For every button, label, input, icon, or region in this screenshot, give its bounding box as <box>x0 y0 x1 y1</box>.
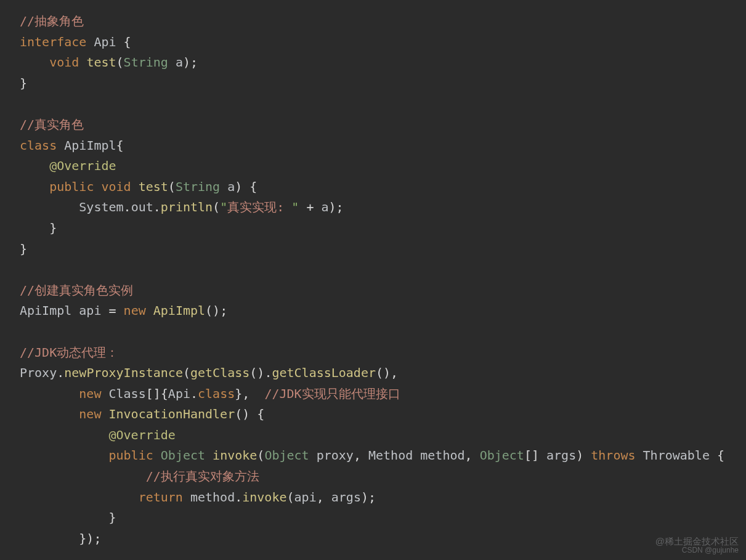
code-token: ( <box>168 179 176 194</box>
code-token: . <box>124 200 131 214</box>
code-token: String <box>176 179 220 194</box>
code-line: new Class[]{Api.class}, //JDK实现只能代理接口 <box>20 386 400 401</box>
code-token: //真实角色 <box>20 117 84 132</box>
code-token: . <box>57 365 64 380</box>
code-token: public <box>109 448 153 463</box>
code-line: } <box>20 510 116 525</box>
code-line: } <box>20 76 27 91</box>
code-token: InvocationHandler <box>109 407 235 421</box>
code-token: Method method <box>368 448 465 463</box>
code-token <box>20 531 79 546</box>
code-token: System <box>79 200 123 214</box>
code-token <box>20 221 49 235</box>
code-token: , <box>317 490 331 505</box>
code-line: new InvocationHandler() { <box>20 407 264 421</box>
code-token: } <box>109 510 116 525</box>
code-token <box>101 407 108 421</box>
code-token: ); <box>183 55 198 70</box>
code-token: test <box>86 55 116 70</box>
code-token: args <box>546 448 576 463</box>
code-line: class ApiImpl{ <box>20 138 124 153</box>
code-token: //创建真实角色实例 <box>20 283 133 298</box>
code-line: }); <box>20 531 101 546</box>
code-token: 真实实现: <box>227 200 291 214</box>
code-token: a <box>321 200 328 214</box>
code-token: . <box>235 490 242 505</box>
code-line: ApiImpl api = new ApiImpl(); <box>20 303 227 318</box>
code-token: ); <box>329 200 344 214</box>
code-token: new <box>79 386 101 401</box>
code-token: (), <box>376 365 398 380</box>
code-token: { <box>717 448 724 463</box>
code-token: test <box>139 179 168 194</box>
code-token <box>57 138 64 153</box>
code-token: , <box>354 448 368 463</box>
code-token: a <box>176 55 183 70</box>
code-token: String <box>124 55 168 70</box>
code-token <box>79 55 86 70</box>
code-token <box>153 448 161 463</box>
code-token: [] <box>524 448 546 463</box>
code-token: }, <box>235 386 264 401</box>
code-token: ( <box>257 448 264 463</box>
code-line: //JDK动态代理： <box>20 345 118 360</box>
code-token: void <box>101 179 131 194</box>
code-line: void test(String a); <box>20 55 198 70</box>
code-token: throws <box>591 448 635 463</box>
code-token <box>220 179 227 194</box>
code-token: () { <box>235 407 264 421</box>
code-block: //抽象角色 interface Api { void test(String … <box>0 0 746 549</box>
code-token <box>20 490 139 505</box>
code-token: api <box>294 490 317 505</box>
code-token: getClass <box>190 365 249 380</box>
code-token <box>20 179 49 194</box>
code-token: new <box>79 407 101 421</box>
code-token: args <box>331 490 361 505</box>
code-token: ); <box>361 490 376 505</box>
code-token: " <box>220 200 227 214</box>
code-token: return <box>139 490 183 505</box>
code-line: System.out.println("真实实现: " + a); <box>20 200 344 214</box>
code-token: invoke <box>242 490 286 505</box>
code-token: Api <box>168 386 190 401</box>
code-token <box>20 469 146 484</box>
code-token <box>94 179 101 194</box>
code-token: ApiImpl api <box>20 303 109 318</box>
code-line: //抽象角色 <box>20 14 84 28</box>
code-token: " <box>291 200 299 214</box>
code-token <box>116 303 124 318</box>
code-token <box>146 303 153 318</box>
code-token: //JDK动态代理： <box>20 345 118 360</box>
code-token <box>20 510 109 525</box>
code-token: Proxy <box>20 365 57 380</box>
code-token <box>183 490 190 505</box>
code-token: ( <box>183 365 190 380</box>
code-token: proxy <box>317 448 354 463</box>
code-token: //执行真实对象方法 <box>146 469 259 484</box>
code-line: //真实角色 <box>20 117 84 132</box>
code-token: { <box>116 138 124 153</box>
code-token: } <box>20 241 27 256</box>
code-token <box>20 200 79 214</box>
code-token: }); <box>79 531 101 546</box>
code-token: , <box>465 448 480 463</box>
code-token: ApiImpl <box>64 138 116 153</box>
code-token <box>20 55 49 70</box>
code-token: . <box>153 200 161 214</box>
code-token: invoke <box>213 448 257 463</box>
code-token <box>20 158 49 173</box>
code-token: class <box>198 386 235 401</box>
code-line: //执行真实对象方法 <box>20 469 259 484</box>
code-token: } <box>49 221 57 235</box>
code-token: println <box>161 200 213 214</box>
code-token: @Override <box>109 428 176 442</box>
code-token: = <box>109 303 116 318</box>
code-token: @Override <box>49 158 116 173</box>
code-token <box>309 448 317 463</box>
code-line: public Object invoke(Object proxy, Metho… <box>20 448 724 463</box>
code-token: ( <box>287 490 294 505</box>
code-token: { <box>124 34 131 49</box>
code-token: ) <box>576 448 591 463</box>
code-token: } <box>20 76 27 91</box>
code-token <box>205 448 213 463</box>
